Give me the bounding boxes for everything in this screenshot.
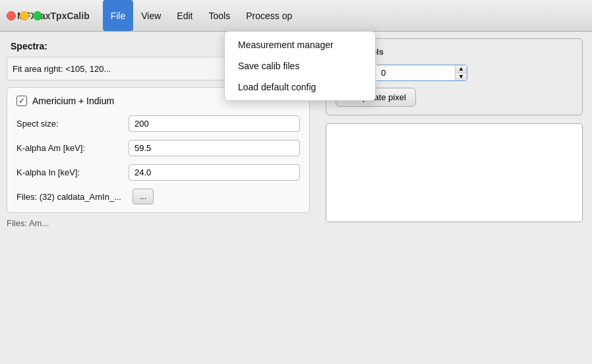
spect-size-row: Spect size: bbox=[16, 115, 300, 132]
menu-file[interactable]: File bbox=[103, 0, 134, 31]
pixel-input-wrap: ▲ ▼ bbox=[375, 65, 467, 81]
spinner-down-button[interactable]: ▼ bbox=[456, 73, 467, 80]
checkbox-group: ✓ Americium + Indium Spect size: K-alpha… bbox=[7, 87, 310, 213]
k-alpha-in-label: K-alpha In [keV]: bbox=[16, 167, 129, 177]
menu-process[interactable]: Process op bbox=[238, 0, 300, 31]
americium-indium-checkbox[interactable]: ✓ bbox=[16, 96, 27, 106]
k-alpha-am-row: K-alpha Am [keV]: bbox=[16, 140, 300, 156]
checkbox-group-title: Americium + Indium bbox=[32, 96, 114, 106]
close-button[interactable] bbox=[7, 11, 16, 20]
files-button[interactable]: ... bbox=[133, 189, 154, 204]
k-alpha-in-input[interactable] bbox=[129, 164, 300, 181]
k-alpha-am-label: K-alpha Am [keV]: bbox=[16, 143, 129, 153]
spect-size-input[interactable] bbox=[129, 115, 300, 132]
file-dropdown-menu: Measurement manager Save calib files Loa… bbox=[224, 31, 376, 101]
files-text: Files: (32) caldata_AmIn_... bbox=[16, 192, 129, 202]
pixel-input[interactable] bbox=[376, 65, 455, 80]
k-alpha-in-row: K-alpha In [keV]: bbox=[16, 164, 300, 181]
bottom-indicator: Files: Am... bbox=[7, 218, 310, 228]
spect-size-label: Spect size: bbox=[16, 119, 129, 129]
k-alpha-am-input[interactable] bbox=[129, 140, 300, 156]
dropdown-load-default-config[interactable]: Load default config bbox=[225, 76, 375, 98]
menu-edit[interactable]: Edit bbox=[169, 0, 200, 31]
maximize-button[interactable] bbox=[33, 11, 42, 20]
menu-bar: File View Edit Tools Process op bbox=[103, 0, 585, 31]
titlebar: MFXraxTpxCalib File View Edit Tools Proc… bbox=[0, 0, 592, 32]
spinner-up-button[interactable]: ▲ bbox=[456, 65, 467, 73]
dropdown-measurement-manager[interactable]: Measurement manager bbox=[225, 34, 375, 55]
traffic-lights bbox=[7, 11, 42, 20]
minimize-button[interactable] bbox=[20, 11, 29, 20]
menu-view[interactable]: View bbox=[133, 0, 169, 31]
files-row: Files: (32) caldata_AmIn_... ... bbox=[16, 189, 300, 204]
dropdown-save-calib[interactable]: Save calib files bbox=[225, 55, 375, 76]
menu-tools[interactable]: Tools bbox=[200, 0, 238, 31]
pixel-spinner: ▲ ▼ bbox=[455, 65, 467, 80]
graph-area bbox=[326, 123, 583, 222]
